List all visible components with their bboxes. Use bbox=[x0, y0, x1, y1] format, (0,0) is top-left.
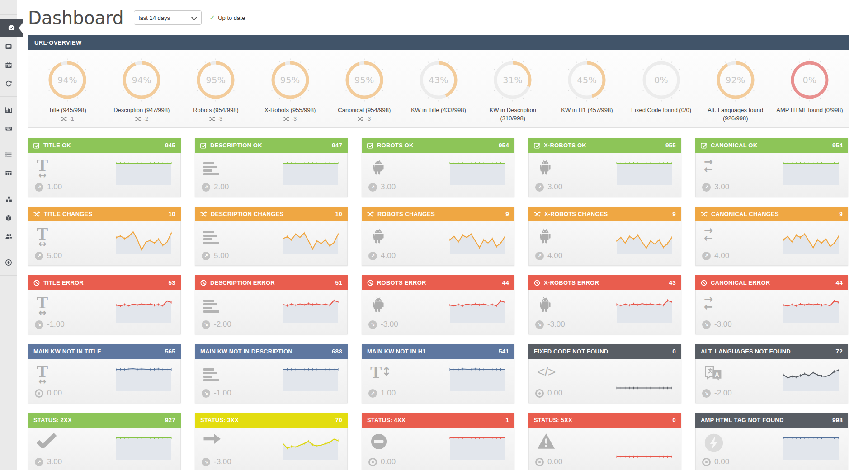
card-status-5xx[interactable]: STATUS: 5XX 0 0.00 bbox=[528, 413, 681, 470]
card-robots-changes[interactable]: ROBOTS CHANGES 9 ↗ 4.00 bbox=[362, 207, 514, 266]
sidebar-item-sync[interactable] bbox=[0, 74, 17, 93]
text-width-icon: T↔ bbox=[37, 296, 48, 316]
sidebar-item-upload[interactable] bbox=[0, 253, 17, 272]
card-header[interactable]: X-ROBOTS ERROR 43 bbox=[528, 275, 681, 290]
card-title-error[interactable]: TITLE ERROR 53 T↔ ↘ -1.00 bbox=[28, 275, 181, 334]
card-header[interactable]: CANONICAL ERROR 44 bbox=[695, 275, 848, 290]
trend-down-icon: ↘ bbox=[202, 389, 210, 398]
card-header[interactable]: MAIN KW NOT IN H1 541 bbox=[362, 344, 514, 359]
sidebar-item-news[interactable] bbox=[0, 37, 17, 56]
card-header[interactable]: STATUS: 4XX 1 bbox=[362, 413, 514, 428]
card-header[interactable]: STATUS: 5XX 0 bbox=[528, 413, 681, 428]
card-description-ok[interactable]: DESCRIPTION OK 947 ↗ 2.00 bbox=[195, 138, 348, 197]
card-x-robots-error[interactable]: X-ROBOTS ERROR 43 ↘ -3.00 bbox=[528, 275, 681, 334]
card-canonical-ok[interactable]: CANONICAL OK 954 →← ↗ 3.00 bbox=[695, 138, 848, 197]
trend-zero-icon bbox=[702, 458, 711, 466]
android-icon bbox=[537, 158, 553, 178]
card-header[interactable]: TITLE CHANGES 10 bbox=[28, 207, 181, 221]
card-header[interactable]: ALT. LANGUAGES NOT FOUND 72 bbox=[695, 344, 848, 359]
trend-down-icon: ↘ bbox=[702, 320, 711, 329]
gauge-label: Alt. Languages found (926/998) bbox=[701, 106, 770, 122]
card-title-ok[interactable]: TITLE OK 945 T↔ ↗ 1.00 bbox=[28, 138, 181, 197]
card-header[interactable]: MAIN KW NOT IN TITLE 565 bbox=[28, 344, 181, 359]
trend-up-icon: ↗ bbox=[35, 252, 43, 260]
card-header[interactable]: MAIN KW NOT IN DESCRIPTION 688 bbox=[195, 344, 348, 359]
card-title: ROBOTS ERROR bbox=[377, 279, 426, 286]
sidebar-item-calendar[interactable] bbox=[0, 56, 17, 74]
card-fixed-code-not-found[interactable]: FIXED CODE NOT FOUND 0 </> 0.00 bbox=[528, 344, 681, 403]
card-header[interactable]: X-ROBOTS OK 955 bbox=[528, 138, 681, 153]
card-main-kw-not-in-h1[interactable]: MAIN KW NOT IN H1 541 T↕ ↗ 1.00 bbox=[362, 344, 514, 403]
sidebar-item-cube[interactable] bbox=[0, 208, 17, 227]
sidebar-item-list[interactable] bbox=[0, 145, 17, 164]
trend-zero-icon bbox=[535, 458, 544, 466]
card-header[interactable]: CANONICAL CHANGES 9 bbox=[695, 207, 848, 221]
trend-up-icon: ↗ bbox=[535, 252, 544, 260]
card-header[interactable]: TITLE OK 945 bbox=[28, 138, 181, 153]
card-alt-languages-not-found[interactable]: ALT. LANGUAGES NOT FOUND 72 A ↘ -2.00 bbox=[695, 344, 848, 403]
sparkline bbox=[448, 296, 507, 327]
date-range-select[interactable]: last 14 days bbox=[134, 10, 202, 25]
card-header[interactable]: ROBOTS CHANGES 9 bbox=[362, 207, 514, 221]
card-main-kw-not-in-description[interactable]: MAIN KW NOT IN DESCRIPTION 688 ↘ -1.00 bbox=[195, 344, 348, 403]
card-header[interactable]: CANONICAL OK 954 bbox=[695, 138, 848, 153]
trend-value: -3.00 bbox=[547, 320, 565, 329]
sidebar-item-bar-chart[interactable] bbox=[0, 100, 17, 119]
card-amp-html-tag-not-found[interactable]: AMP HTML TAG NOT FOUND 998 0.00 bbox=[695, 413, 848, 470]
card-header[interactable]: DESCRIPTION OK 947 bbox=[195, 138, 348, 153]
card-header[interactable]: FIXED CODE NOT FOUND 0 bbox=[528, 344, 681, 359]
sidebar-item-keyboard[interactable] bbox=[0, 119, 17, 137]
card-header[interactable]: DESCRIPTION CHANGES 10 bbox=[195, 207, 348, 221]
card-x-robots-ok[interactable]: X-ROBOTS OK 955 ↗ 3.00 bbox=[528, 138, 681, 197]
card-header[interactable]: DESCRIPTION ERROR 51 bbox=[195, 275, 348, 290]
gauge-alt-languages-found-926-998: 92% Alt. Languages found (926/998) bbox=[698, 56, 773, 122]
trend-value: 3.00 bbox=[381, 183, 396, 192]
card-main-kw-not-in-title[interactable]: MAIN KW NOT IN TITLE 565 T↔ 0.00 bbox=[28, 344, 181, 403]
minus-circle-icon bbox=[370, 433, 387, 452]
trend-zero-icon bbox=[535, 389, 544, 398]
card-status-2xx[interactable]: STATUS: 2XX 927 ↗ 3.00 bbox=[28, 413, 181, 470]
sparkline bbox=[281, 364, 340, 396]
news-icon bbox=[5, 43, 12, 50]
trend-value: 3.00 bbox=[547, 183, 562, 192]
card-value: 945 bbox=[165, 142, 175, 149]
card-value: 53 bbox=[169, 279, 175, 286]
card-body: ↗ 3.00 bbox=[528, 153, 681, 197]
card-header[interactable]: X-ROBOTS CHANGES 9 bbox=[528, 207, 681, 221]
card-title-changes[interactable]: TITLE CHANGES 10 T↔ ↗ 5.00 bbox=[28, 207, 181, 266]
card-robots-error[interactable]: ROBOTS ERROR 44 ↘ -3.00 bbox=[362, 275, 514, 334]
gauge-label: Fixed Code found (0/0) bbox=[631, 106, 691, 114]
sidebar-item-table[interactable] bbox=[0, 164, 17, 182]
card-description-changes[interactable]: DESCRIPTION CHANGES 10 ↗ 5.00 bbox=[195, 207, 348, 266]
trend-value: -2.00 bbox=[714, 389, 732, 398]
sparkline bbox=[782, 364, 840, 396]
card-description-error[interactable]: DESCRIPTION ERROR 51 ↘ -2.00 bbox=[195, 275, 348, 334]
card-header[interactable]: TITLE ERROR 53 bbox=[28, 275, 181, 290]
card-body: ↘ -3.00 bbox=[528, 290, 681, 334]
card-status-3xx[interactable]: STATUS: 3XX 70 ↘ -3.00 bbox=[195, 413, 348, 470]
sidebar-item-dashboard[interactable] bbox=[0, 19, 23, 37]
sidebar-item-users[interactable] bbox=[0, 227, 17, 245]
card-title: STATUS: 2XX bbox=[33, 417, 72, 423]
trend: 0.00 bbox=[702, 457, 729, 466]
trend-up-icon: ↗ bbox=[202, 183, 210, 192]
topbar: Dashboard last 14 days ✓ Up to date bbox=[28, 5, 849, 30]
card-title: STATUS: 5XX bbox=[534, 417, 572, 423]
card-canonical-changes[interactable]: CANONICAL CHANGES 9 →← ↗ 4.00 bbox=[695, 207, 848, 266]
card-header[interactable]: STATUS: 2XX 927 bbox=[28, 413, 181, 428]
card-header[interactable]: AMP HTML TAG NOT FOUND 998 bbox=[695, 413, 848, 428]
sidebar bbox=[0, 0, 17, 470]
gauge-ring: 43% bbox=[417, 58, 460, 102]
sidebar-item-cubes[interactable] bbox=[0, 190, 17, 208]
card-status-4xx[interactable]: STATUS: 4XX 1 0.00 bbox=[362, 413, 514, 470]
card-header[interactable]: ROBOTS ERROR 44 bbox=[362, 275, 514, 290]
gauge-percent: 94% bbox=[120, 58, 163, 102]
card-header[interactable]: STATUS: 3XX 70 bbox=[195, 413, 348, 428]
card-value: 541 bbox=[499, 348, 509, 355]
card-x-robots-changes[interactable]: X-ROBOTS CHANGES 9 ↗ 4.00 bbox=[528, 207, 681, 266]
card-header[interactable]: ROBOTS OK 954 bbox=[362, 138, 514, 153]
card-canonical-error[interactable]: CANONICAL ERROR 44 →← ↘ -3.00 bbox=[695, 275, 848, 334]
trend-value: -3.00 bbox=[714, 320, 732, 329]
android-icon bbox=[537, 296, 553, 315]
card-robots-ok[interactable]: ROBOTS OK 954 ↗ 3.00 bbox=[362, 138, 514, 197]
